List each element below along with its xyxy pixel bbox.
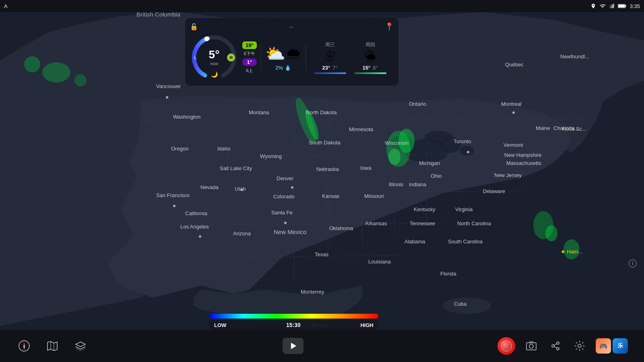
svg-point-34 xyxy=(24,56,40,72)
status-bar: A 3:35 xyxy=(0,0,644,12)
svg-rect-47 xyxy=(530,341,533,343)
svg-point-53 xyxy=(578,344,581,348)
app-icon-1[interactable]: 🎮 xyxy=(596,338,611,354)
timeline-gradient xyxy=(209,314,378,319)
brand-icon xyxy=(497,337,515,355)
forecast-day-1-low: 7° xyxy=(332,65,337,71)
svg-point-33 xyxy=(42,62,70,82)
forecast-day-1-label: 周三 xyxy=(325,41,335,48)
temp-low-indicator: L xyxy=(194,55,197,60)
svg-rect-3 xyxy=(613,4,614,8)
svg-line-51 xyxy=(554,344,557,346)
svg-point-48 xyxy=(557,342,559,344)
timeline-low-label: LOW xyxy=(214,322,226,328)
current-weather-display: ⛅🌧 2% 💧 xyxy=(261,44,306,71)
current-weather-icon: ⛅🌧 xyxy=(265,44,301,63)
svg-line-52 xyxy=(554,347,557,348)
forecast-day-1: 周三 ⛈ 23° 7° xyxy=(314,41,346,74)
forecast-day-1-bar xyxy=(314,72,346,74)
svg-point-32 xyxy=(564,239,580,259)
svg-point-31 xyxy=(545,225,557,241)
high-temp-badge: 19° xyxy=(242,41,257,49)
hl-badges: 19° 6下午 1° 6上 xyxy=(242,41,257,74)
temp-high-indicator: H xyxy=(227,53,235,62)
timeline-time: 15:30 xyxy=(286,322,301,328)
status-time: 3:35 xyxy=(630,3,640,9)
forecast-day-2-bar xyxy=(354,72,386,74)
svg-point-28 xyxy=(398,129,415,153)
lock-icon: 🔓 xyxy=(190,23,198,31)
precip-info: 2% 💧 xyxy=(275,65,291,71)
bottom-toolbar: 🎮 乐 xyxy=(0,330,644,362)
signal-icon xyxy=(609,3,615,9)
timeline-bar: LOW 15:30 HIGH xyxy=(209,314,378,330)
location-icon xyxy=(590,3,596,9)
compass-button[interactable] xyxy=(16,338,32,354)
forecast-section: 周三 ⛈ 23° 7° 周四 🌦 15° 8° xyxy=(310,41,386,74)
svg-point-11 xyxy=(425,131,453,143)
forecast-day-1-icon: ⛈ xyxy=(324,50,336,63)
timeline-high-label: HIGH xyxy=(360,322,374,328)
svg-point-29 xyxy=(388,149,400,165)
pin-icon: 📍 xyxy=(385,22,394,31)
status-app-icon: A xyxy=(4,3,8,9)
settings-button[interactable] xyxy=(572,338,588,354)
timeline-labels: LOW 15:30 HIGH xyxy=(209,320,378,330)
svg-point-50 xyxy=(557,348,559,350)
layers-button[interactable] xyxy=(72,338,89,354)
svg-point-35 xyxy=(74,74,87,86)
low-temp-badge: 1° xyxy=(242,58,257,66)
svg-rect-45 xyxy=(526,343,536,350)
current-temp-value: 5° xyxy=(209,48,220,61)
screenshot-button[interactable] xyxy=(523,338,539,354)
forecast-day-2-icon: 🌦 xyxy=(365,50,376,63)
svg-marker-44 xyxy=(291,343,296,349)
svg-rect-2 xyxy=(612,5,613,8)
battery-icon xyxy=(618,3,627,9)
svg-point-49 xyxy=(552,345,554,347)
play-icon xyxy=(289,341,297,350)
forecast-day-2-high: 15° xyxy=(363,65,371,71)
svg-point-12 xyxy=(460,146,474,156)
svg-rect-0 xyxy=(609,6,610,8)
temp-now-label: now xyxy=(209,61,220,66)
temp-gauge: L H 5° now 🌙 xyxy=(190,33,238,82)
svg-point-46 xyxy=(529,344,533,348)
low-temp-sublabel: 6上 xyxy=(242,68,257,74)
external-app-icons: 🎮 乐 xyxy=(596,338,628,354)
share-button[interactable] xyxy=(547,338,564,354)
wifi-icon xyxy=(599,3,606,9)
play-button[interactable] xyxy=(283,338,303,354)
moon-icon: 🌙 xyxy=(211,71,218,78)
svg-rect-6 xyxy=(618,5,625,7)
app-icon-2[interactable]: 乐 xyxy=(613,338,628,354)
forecast-day-2-low: 8° xyxy=(373,65,378,71)
forecast-day-2-label: 周四 xyxy=(365,41,375,48)
svg-rect-5 xyxy=(625,5,626,7)
forecast-day-2: 周四 🌦 15° 8° xyxy=(354,41,386,74)
high-temp-sublabel: 6下午 xyxy=(242,51,257,57)
map-button[interactable] xyxy=(44,338,60,354)
dash-label: -- xyxy=(290,24,293,30)
forecast-day-1-high: 23° xyxy=(322,65,330,71)
svg-point-13 xyxy=(443,298,491,314)
weather-widget: 🔓 -- 📍 L H 5° now 🌙 19° 6下午 1° 6上 ⛅ xyxy=(185,18,398,86)
svg-rect-1 xyxy=(611,6,611,8)
